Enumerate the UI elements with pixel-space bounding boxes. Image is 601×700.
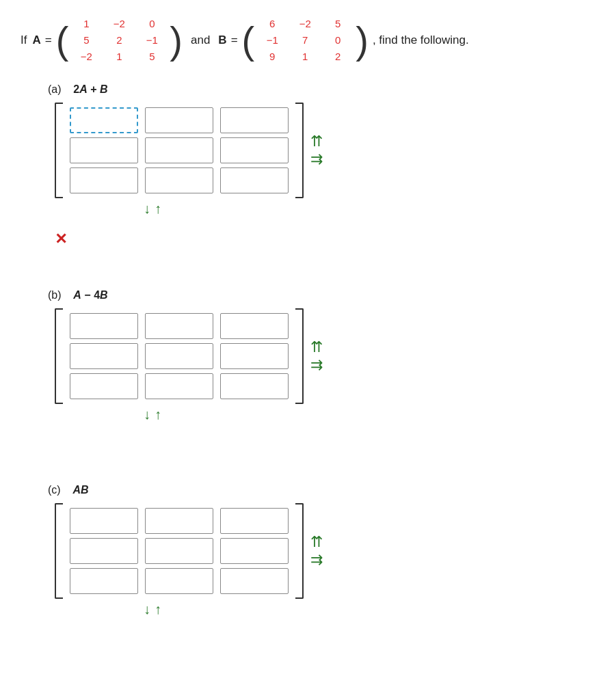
suffix-label: , find the following. [373,31,469,49]
part-b-label: (b) A − 4B [48,289,580,301]
mB-2-2: 2 [324,49,351,64]
part-c-cell-2-0[interactable] [70,568,138,594]
mA-1-2: −1 [138,33,165,48]
part-c-arrow-down[interactable]: ↓ [144,602,150,617]
part-b-cell-0-2[interactable] [220,313,289,339]
part-c-cell-2-1[interactable] [145,568,213,594]
part-a-matrix-wrapper: ⇈ ⇉ [55,103,323,198]
part-a-label: (a) 2A + B [48,83,580,96]
part-a-expression: 2A + B [73,83,107,95]
part-a-cell-2-2[interactable] [220,167,289,193]
part-a-right-bracket [295,103,304,198]
mB-2-0: 9 [258,49,286,64]
part-a-left-bracket [55,103,63,198]
part-a-arrow-down[interactable]: ↓ [144,201,150,217]
part-c-right-bracket [295,503,304,599]
matrix-B-right-bracket: ) [356,21,369,59]
part-b-cell-1-2[interactable] [220,343,289,369]
part-b-arrow-up[interactable]: ↑ [155,407,161,422]
mA-0-0: 1 [72,16,100,31]
part-b-cell-1-1[interactable] [145,343,213,369]
part-a-cell-2-1[interactable] [145,167,213,193]
part-b-cell-2-1[interactable] [145,373,213,399]
mB-0-0: 6 [258,16,286,31]
part-a-error: ✕ [55,230,580,248]
part-c-cell-0-2[interactable] [220,508,289,534]
mA-0-1: −2 [105,16,133,31]
part-a-cell-0-2[interactable] [220,107,289,133]
part-b-answer: ⇈ ⇉ ↓ ↑ [55,308,323,422]
part-b-matrix-wrapper: ⇈ ⇉ [55,308,323,404]
part-c-cell-1-0[interactable] [70,538,138,564]
part-b-cell-0-1[interactable] [145,313,213,339]
part-b-grid [67,309,291,403]
part-b-cell-2-0[interactable] [70,373,138,399]
part-c-grid [67,504,291,598]
part-c-bottom-arrows: ↓ ↑ [144,602,323,617]
mA-1-1: 2 [105,33,133,48]
part-a-arrow-up[interactable]: ↑ [155,201,161,217]
part-c-letter: (c) [48,484,61,496]
matrix-B: ( 6 −2 5 −1 7 0 9 1 2 ) [242,14,369,67]
part-a: (a) 2A + B ⇈ [21,83,580,248]
part-a-arrow-up-right[interactable]: ⇈ [310,134,323,149]
mB-1-1: 7 [291,33,319,48]
part-c-cell-1-2[interactable] [220,538,289,564]
part-c-right-arrows: ⇈ ⇉ [310,535,323,567]
part-c-left-bracket [55,503,63,599]
part-c-expression: AB [72,484,88,496]
part-a-bottom-arrows: ↓ ↑ [144,201,323,217]
part-a-grid [67,103,291,198]
B-label: B [218,31,226,49]
matrix-A-right-bracket: ) [170,21,183,59]
part-b-cell-0-0[interactable] [70,313,138,339]
part-b-arrow-down[interactable]: ↓ [144,407,150,422]
part-c-arrow-up[interactable]: ↑ [155,602,161,617]
part-c-label: (c) AB [48,484,580,496]
part-a-cell-1-2[interactable] [220,137,289,163]
part-a-cell-0-0[interactable] [70,107,138,133]
mB-0-1: −2 [291,16,319,31]
part-c-arrow-up-right[interactable]: ⇈ [310,535,323,550]
part-c: (c) AB ⇈ ⇉ [21,484,580,624]
mA-2-0: −2 [72,49,100,64]
equals1: = [45,31,52,49]
part-c-cell-1-1[interactable] [145,538,213,564]
part-c-cell-0-0[interactable] [70,508,138,534]
part-b-expression: A − 4B [73,289,107,301]
part-a-cell-1-0[interactable] [70,137,138,163]
part-b-cell-1-0[interactable] [70,343,138,369]
matrix-B-grid: 6 −2 5 −1 7 0 9 1 2 [254,14,356,67]
part-c-arrow-down-right[interactable]: ⇉ [310,552,323,567]
A-label: A [32,31,40,49]
part-c-cell-0-1[interactable] [145,508,213,534]
part-b-right-bracket [295,308,304,404]
mA-1-0: 5 [72,33,100,48]
part-b-cell-2-2[interactable] [220,373,289,399]
problem-header: If A = ( 1 −2 0 5 2 −1 −2 1 5 ) and B = … [21,14,580,67]
part-a-cell-2-0[interactable] [70,167,138,193]
mA-2-2: 5 [138,49,165,64]
part-a-arrow-down-right[interactable]: ⇉ [310,152,323,167]
part-a-letter: (a) [48,83,62,95]
mA-0-2: 0 [138,16,165,31]
part-c-matrix-wrapper: ⇈ ⇉ [55,503,323,599]
mB-0-2: 5 [324,16,351,31]
and-label: and [191,31,210,49]
part-b-arrow-up-right[interactable]: ⇈ [310,340,323,355]
part-b-arrow-down-right[interactable]: ⇉ [310,358,323,373]
if-label: If [21,31,27,49]
equals2: = [231,31,238,49]
part-c-cell-2-2[interactable] [220,568,289,594]
matrix-A-grid: 1 −2 0 5 2 −1 −2 1 5 [68,14,170,67]
matrix-B-left-bracket: ( [242,21,255,59]
matrix-A: ( 1 −2 0 5 2 −1 −2 1 5 ) [56,14,183,67]
mB-1-2: 0 [324,33,351,48]
part-a-cell-0-1[interactable] [145,107,213,133]
mB-2-1: 1 [291,49,319,64]
part-a-answer: ⇈ ⇉ ↓ ↑ [55,103,323,217]
part-a-cell-1-1[interactable] [145,137,213,163]
part-b-left-bracket [55,308,63,404]
part-b-letter: (b) [48,289,62,301]
part-a-right-arrows: ⇈ ⇉ [310,134,323,167]
